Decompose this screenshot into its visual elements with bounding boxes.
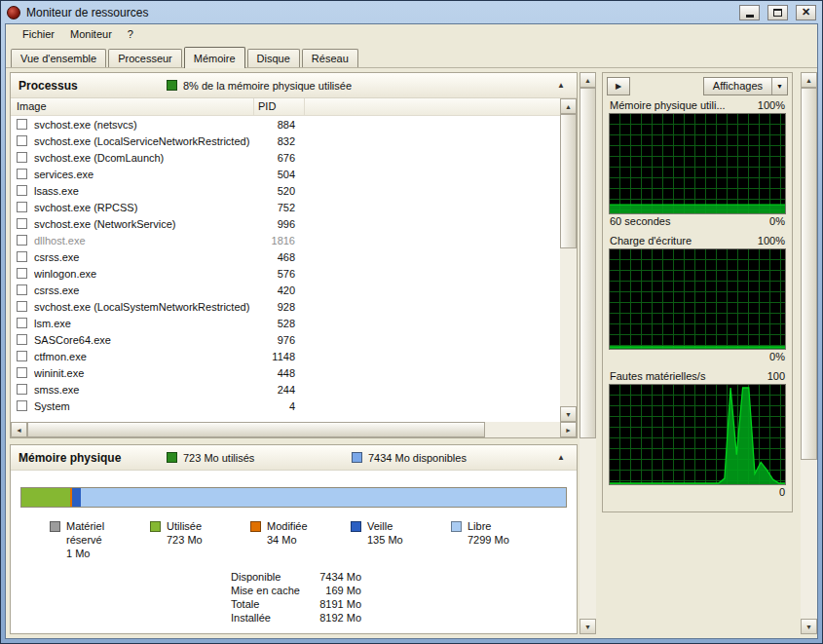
column-header-pid[interactable]: PID — [254, 98, 305, 115]
scroll-right-button[interactable]: ► — [560, 422, 577, 437]
processus-status: 8% de la mémoire physique utilisée — [167, 80, 352, 92]
process-table-scrollbar[interactable]: ▲ ▼ — [560, 98, 577, 422]
process-row[interactable]: System 4 — [11, 398, 560, 414]
process-checkbox[interactable] — [17, 185, 27, 196]
dropdown-arrow-icon[interactable]: ▼ — [771, 78, 787, 95]
close-button[interactable]: ✕ — [796, 5, 816, 20]
menu-moniteur[interactable]: Moniteur — [62, 26, 120, 42]
scrollbar-thumb[interactable] — [27, 422, 485, 437]
graph-plot — [609, 248, 786, 350]
process-checkbox[interactable] — [17, 301, 27, 312]
graph-block: Charge d'écriture 100% 0% — [609, 234, 786, 364]
scroll-up-button[interactable]: ▲ — [580, 72, 596, 88]
scrollbar-track[interactable] — [560, 114, 577, 406]
expand-graphs-button[interactable]: ▶ — [607, 77, 630, 95]
process-checkbox[interactable] — [17, 284, 27, 295]
process-checkbox[interactable] — [17, 218, 27, 229]
process-row[interactable]: svchost.exe (DcomLaunch) 676 — [11, 149, 560, 166]
tab-processeur[interactable]: Processeur — [108, 49, 182, 67]
process-checkbox[interactable] — [17, 268, 27, 279]
process-checkbox[interactable] — [17, 318, 27, 328]
scrollbar-track[interactable] — [801, 88, 817, 619]
scroll-up-button[interactable]: ▲ — [801, 72, 817, 88]
process-row[interactable]: SASCore64.exe 976 — [11, 331, 560, 348]
memoire-used-text: 723 Mo utilisés — [183, 452, 254, 464]
process-table-header: Image PID — [11, 98, 560, 116]
window-vertical-scrollbar[interactable]: ▲ ▼ — [801, 72, 817, 634]
process-row[interactable]: wininit.exe 448 — [11, 364, 560, 381]
graph-min-label: 0% — [769, 214, 785, 229]
process-pid-cell: 832 — [254, 135, 305, 147]
process-checkbox[interactable] — [17, 384, 27, 395]
process-row[interactable]: smss.exe 244 — [11, 381, 560, 398]
legend-swatch — [351, 521, 361, 532]
scrollbar-thumb[interactable] — [801, 88, 817, 460]
maximize-button[interactable] — [767, 5, 788, 20]
process-row[interactable]: svchost.exe (LocalSystemNetworkRestricte… — [11, 298, 560, 315]
process-row[interactable]: csrss.exe 420 — [11, 282, 560, 298]
memoire-panel-header[interactable]: Mémoire physique 723 Mo utilisés 7434 Mo… — [11, 445, 577, 471]
process-row[interactable]: lsass.exe 520 — [11, 182, 560, 199]
process-image-cell: csrss.exe — [34, 284, 254, 296]
process-pid-cell: 676 — [254, 152, 305, 164]
process-checkbox[interactable] — [17, 351, 27, 361]
menu-aide[interactable]: ? — [120, 26, 141, 42]
scrollbar-track[interactable] — [27, 422, 560, 437]
process-checkbox[interactable] — [17, 334, 27, 345]
stat-value: 169 Mo — [325, 584, 361, 597]
process-row[interactable]: svchost.exe (RPCSS) 752 — [11, 199, 560, 215]
process-pid-cell: 468 — [254, 251, 305, 263]
scroll-right-icon: ► — [565, 427, 572, 434]
process-checkbox[interactable] — [17, 135, 27, 146]
tab-vue-densemble[interactable]: Vue d'ensemble — [11, 49, 106, 67]
process-checkbox[interactable] — [17, 152, 27, 163]
tab-reseau[interactable]: Réseau — [302, 49, 358, 67]
process-table-hscrollbar[interactable]: ◄ ► — [11, 422, 577, 437]
column-header-image[interactable]: Image — [11, 98, 254, 115]
process-row[interactable]: svchost.exe (LocalServiceNetworkRestrict… — [11, 133, 560, 149]
main-vertical-scrollbar[interactable]: ▲ ▼ — [580, 72, 596, 634]
tab-disque[interactable]: Disque — [247, 49, 300, 67]
process-row[interactable]: dllhost.exe 1816 — [11, 232, 560, 248]
scroll-down-button[interactable]: ▼ — [801, 619, 817, 634]
process-checkbox[interactable] — [17, 367, 27, 378]
scrollbar-thumb[interactable] — [580, 88, 596, 438]
memory-stat-row: Disponible 7434 Mo — [231, 570, 361, 584]
process-checkbox[interactable] — [17, 251, 27, 262]
scroll-left-button[interactable]: ◄ — [11, 422, 27, 437]
process-checkbox[interactable] — [17, 169, 27, 179]
process-image-cell: SASCore64.exe — [34, 334, 254, 346]
process-row[interactable]: ctfmon.exe 1148 — [11, 348, 560, 364]
window-body: Fichier Moniteur ? Vue d'ensemble Proces… — [5, 23, 818, 639]
minimize-icon — [746, 15, 754, 18]
process-row[interactable]: svchost.exe (netsvcs) 884 — [11, 116, 560, 133]
scrollbar-thumb[interactable] — [560, 114, 577, 248]
minimize-button[interactable] — [739, 5, 760, 20]
processus-panel-header[interactable]: Processus 8% de la mémoire physique util… — [11, 73, 577, 98]
scroll-up-button[interactable]: ▲ — [560, 98, 577, 114]
process-row[interactable]: services.exe 504 — [11, 166, 560, 182]
process-checkbox[interactable] — [17, 400, 27, 411]
process-row[interactable]: lsm.exe 528 — [11, 315, 560, 331]
process-image-cell: ctfmon.exe — [34, 351, 254, 362]
titlebar[interactable]: Moniteur de ressources ✕ — [5, 1, 818, 23]
process-row[interactable]: winlogon.exe 576 — [11, 265, 560, 282]
affichages-button[interactable]: Affichages ▼ — [703, 77, 788, 95]
processus-status-text: 8% de la mémoire physique utilisée — [183, 80, 352, 92]
process-pid-cell: 928 — [254, 301, 305, 313]
process-pid-cell: 528 — [254, 318, 305, 329]
collapse-processus-icon[interactable]: ▲ — [553, 79, 569, 92]
column-header-spacer — [305, 98, 560, 115]
tab-memoire[interactable]: Mémoire — [184, 47, 245, 68]
process-row[interactable]: svchost.exe (NetworkService) 996 — [11, 215, 560, 232]
scrollbar-track[interactable] — [580, 88, 596, 619]
menu-fichier[interactable]: Fichier — [15, 26, 62, 42]
scroll-down-button[interactable]: ▼ — [580, 619, 596, 634]
process-checkbox[interactable] — [17, 202, 27, 212]
graphs-sidebar: ▶ Affichages ▼ Mémoire physique utili...… — [602, 72, 793, 512]
scroll-down-button[interactable]: ▼ — [560, 406, 577, 422]
process-row[interactable]: csrss.exe 468 — [11, 248, 560, 265]
process-checkbox[interactable] — [17, 119, 27, 130]
collapse-memoire-icon[interactable]: ▲ — [553, 451, 569, 464]
process-checkbox[interactable] — [17, 235, 27, 246]
